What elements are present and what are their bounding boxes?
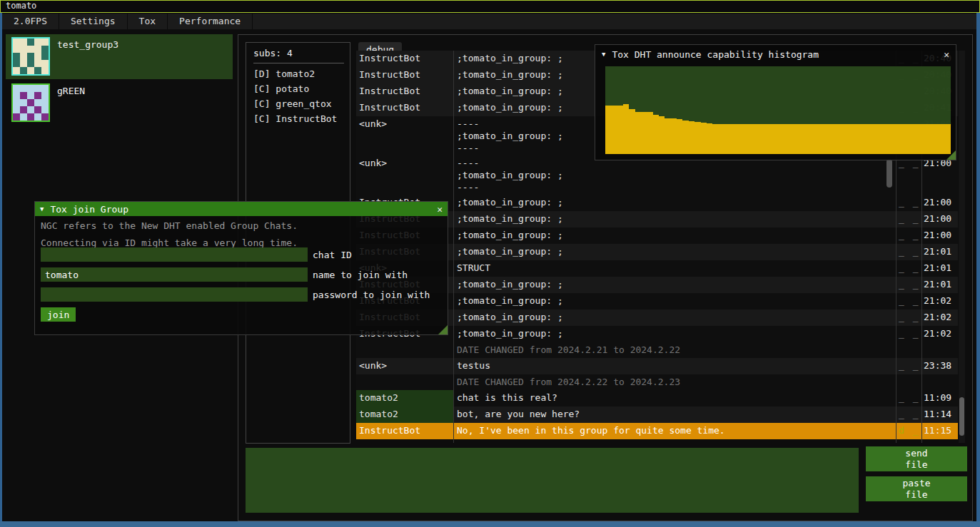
menu-bar: 2.0FPSSettingsToxPerformance — [2, 14, 976, 29]
message-text: ;tomato_in_group: ; — [453, 244, 896, 260]
sender-name: InstructBot — [356, 100, 453, 116]
resize-grip[interactable] — [946, 150, 956, 160]
sender-name: <unk> — [356, 116, 453, 155]
sender-name: tomato2 — [356, 406, 453, 423]
message-text: STRUCT — [453, 260, 896, 277]
message-text: chat is this real? — [453, 390, 896, 406]
close-icon[interactable]: ✕ — [944, 49, 949, 60]
message-timestamp: 21:02 — [921, 293, 958, 309]
collapse-arrow-icon[interactable]: ▼ — [602, 51, 605, 58]
sender-name: InstructBot — [356, 51, 453, 67]
system-message-row: DATE CHANGED from 2024.2.22 to 2024.2.23 — [356, 374, 958, 390]
message-timestamp: 21:00 — [921, 195, 958, 211]
join-field-label: name to join with — [313, 270, 408, 280]
message-text: ;tomato_in_group: ; — [453, 293, 896, 309]
delivery-status: _ _ — [896, 358, 921, 374]
dht-histogram-titlebar[interactable]: ▼ Tox DHT announce capability histogram … — [595, 45, 956, 63]
message-timestamp: 21:01 — [921, 260, 958, 277]
join-button[interactable]: join — [41, 307, 76, 322]
message-text: ;tomato_in_group: ; — [453, 195, 896, 211]
message-text: bot, are you new here? — [453, 406, 896, 423]
subs-member-potato[interactable]: [C] potato — [246, 81, 350, 96]
message-input[interactable] — [246, 448, 859, 513]
sender-name: InstructBot — [356, 423, 453, 439]
sender-name: <unk> — [356, 155, 453, 195]
join-description-line1: NGC refers to the New DHT enabled Group … — [41, 219, 448, 233]
subs-count: subs: 4 — [246, 43, 350, 58]
join-group-window: ▼ Tox join Group ✕ NGC refers to the New… — [34, 201, 448, 335]
subs-member-tomato2[interactable]: [D] tomato2 — [246, 66, 350, 81]
join-fields: chat IDname to join withpassword to join… — [41, 247, 430, 307]
group-name: test_group3 — [57, 39, 118, 50]
dht-histogram-plot — [605, 66, 951, 154]
delivery-status: _ _ — [896, 309, 921, 326]
delivery-status: _ _ — [896, 211, 921, 227]
message-row[interactable]: InstructBotNo, I've been in this group f… — [356, 423, 958, 439]
group-avatar — [11, 37, 50, 76]
sender-name: InstructBot — [356, 83, 453, 100]
message-row[interactable]: tomato2chat is this real?_ _11:09 — [356, 390, 958, 406]
paste-file-button[interactable]: paste file — [866, 476, 967, 501]
delivery-status: _ _ — [896, 155, 921, 195]
delivery-status: _ _ — [896, 227, 921, 244]
join-group-titlebar[interactable]: ▼ Tox join Group ✕ — [35, 202, 448, 216]
window-title: tomato — [6, 1, 36, 11]
join-field-label: chat ID — [313, 250, 352, 260]
message-text: testus — [453, 358, 896, 374]
group-name: gREEN — [57, 86, 85, 96]
dht-histogram-window: ▼ Tox DHT announce capability histogram … — [595, 44, 956, 160]
message-row[interactable]: <unk>----;tomato_in_group: ;----_ _21:00 — [356, 155, 958, 195]
window-frame-bottom — [0, 521, 980, 527]
system-message-text: DATE CHANGED from 2024.2.21 to 2024.2.22 — [453, 342, 896, 358]
window-frame-right — [976, 13, 980, 521]
message-timestamp: 21:00 — [921, 211, 958, 227]
message-timestamp: 11:15 — [921, 423, 958, 439]
group-item-test_group3[interactable]: test_group3 — [6, 34, 233, 79]
delivery-status: d _ — [896, 423, 921, 439]
message-text: ;tomato_in_group: ; — [453, 326, 896, 342]
delivery-status: _ _ — [896, 195, 921, 211]
group-item-gREEN[interactable]: gREEN — [6, 81, 233, 126]
message-text: ;tomato_in_group: ; — [453, 227, 896, 244]
send-file-button[interactable]: send file — [866, 446, 967, 471]
menu-item-performance[interactable]: Performance — [168, 14, 253, 29]
delivery-status: _ _ — [896, 277, 921, 293]
message-text: ;tomato_in_group: ; — [453, 277, 896, 293]
join-field-password-to-join-with[interactable] — [41, 287, 308, 302]
message-row[interactable]: <unk>testus_ _23:38 — [356, 358, 958, 374]
menu-item-settings[interactable]: Settings — [59, 14, 128, 29]
collapse-arrow-icon[interactable]: ▼ — [40, 205, 44, 213]
group-avatar — [11, 83, 50, 122]
fps-indicator: 2.0FPS — [2, 14, 59, 29]
message-column-scrollbar[interactable] — [886, 159, 892, 188]
message-timestamp: 21:01 — [921, 277, 958, 293]
delivery-status: _ _ — [896, 406, 921, 423]
delivery-status: _ _ — [896, 326, 921, 342]
column-separator-name — [453, 51, 454, 443]
chat-scrollbar[interactable] — [959, 51, 965, 443]
sender-name: <unk> — [356, 358, 453, 374]
message-timestamp: 11:14 — [921, 406, 958, 423]
delivery-status: _ _ — [896, 293, 921, 309]
close-icon[interactable]: ✕ — [437, 204, 443, 215]
subs-member-InstructBot[interactable]: [C] InstructBot — [246, 111, 350, 126]
chat-scrollbar-thumb[interactable] — [959, 397, 964, 436]
delivery-status: _ _ — [896, 244, 921, 260]
delivery-status: _ _ — [896, 390, 921, 406]
resize-grip[interactable] — [438, 325, 448, 334]
join-field-chat-ID[interactable] — [41, 247, 308, 262]
delivery-status: _ _ — [896, 260, 921, 277]
message-timestamp: 21:00 — [921, 155, 958, 195]
sender-name: tomato2 — [356, 390, 453, 406]
join-field-name-to-join-with[interactable] — [41, 267, 308, 282]
message-timestamp: 21:01 — [921, 244, 958, 260]
message-text: ;tomato_in_group: ; — [453, 211, 896, 227]
menu-item-tox[interactable]: Tox — [128, 14, 168, 29]
message-text: ;tomato_in_group: ; — [453, 309, 896, 326]
subs-member-green_qtox[interactable]: [C] green_qtox — [246, 96, 350, 111]
window-titlebar[interactable]: tomato — [0, 0, 980, 13]
message-row[interactable]: tomato2bot, are you new here?_ _11:14 — [356, 406, 958, 423]
sender-name: InstructBot — [356, 67, 453, 83]
window-frame-left — [0, 13, 2, 521]
message-timestamp: 21:00 — [921, 227, 958, 244]
